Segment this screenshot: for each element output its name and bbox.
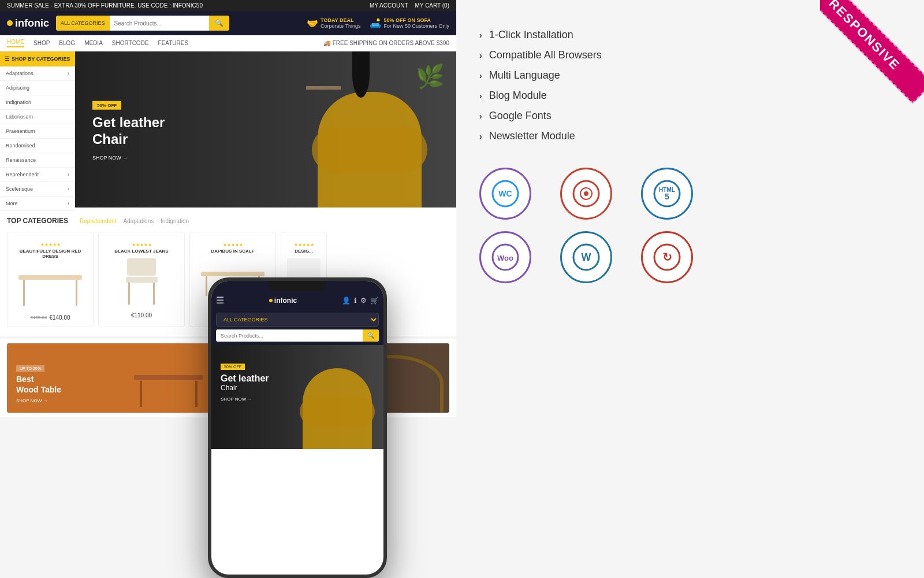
table-top — [18, 275, 82, 280]
phone-logo: infonic — [269, 297, 297, 305]
svg-point-4 — [584, 191, 588, 196]
html5-icon[interactable]: HTML 5 — [641, 168, 693, 220]
nav-features[interactable]: FEATURES — [158, 40, 189, 46]
search-input[interactable] — [110, 16, 209, 31]
tab-reprehenderit[interactable]: Reprehenderit — [80, 218, 116, 224]
categories-dropdown[interactable]: ALL CATEGORIES — [56, 16, 110, 31]
product-1-price: €140.00 — [49, 314, 70, 321]
feature-6: › Newsletter Module — [479, 130, 901, 142]
deal-2: 🛋️ 50% OFF ON SOFA For New 50 Customers … — [370, 17, 449, 29]
feature-4: › Blog Module — [479, 90, 901, 102]
phone-screen: ☰ infonic 👤 ℹ ⚙ 🛒 ALL CATEGORIES — [211, 281, 383, 575]
woo-icon[interactable]: Woo — [479, 231, 531, 283]
hero-title: Get leather Chair — [92, 114, 165, 148]
sidebar-item-praesentium[interactable]: Praesentium — [0, 124, 75, 139]
section-header: TOP CATEGORIES Reprehenderit Adaptations… — [7, 217, 449, 225]
table-leg-2 — [76, 280, 77, 306]
tech-icons-grid: WC HTML 5 Woo — [479, 168, 710, 283]
phone-search-input[interactable] — [216, 329, 363, 342]
product-card-1[interactable]: BEAUTIFULLY DESIGN RED DRESS €155.00 €14… — [7, 232, 94, 327]
sidebar-item-scelerisque[interactable]: Scelerisque › — [0, 182, 75, 197]
phone-hero-cta[interactable]: SHOP NOW → — [221, 397, 374, 402]
hero-badge: 50% OFF — [92, 101, 121, 110]
wordpress-icon[interactable]: W — [560, 231, 612, 283]
sidebar-item-more[interactable]: More › — [0, 197, 75, 211]
feature-2-chevron: › — [479, 51, 482, 60]
banner-1-cta[interactable]: SHOP NOW → — [16, 398, 61, 403]
product-1-name: BEAUTIFULLY DESIGN RED DRESS — [13, 249, 87, 259]
sidebar-item-randomised[interactable]: Randomised — [0, 139, 75, 153]
sidebar-item-adipiscing[interactable]: Adipiscing — [0, 81, 75, 95]
phone-header-icons: 👤 ℹ ⚙ 🛒 — [342, 297, 379, 305]
deal1-title: TODAY DEAL — [321, 17, 360, 23]
my-account-link[interactable]: MY ACCOUNT — [370, 2, 408, 9]
tab-indignation[interactable]: Indignation — [161, 218, 189, 224]
nav-blog[interactable]: BLOG — [59, 40, 75, 46]
nav-shop[interactable]: SHOP — [33, 40, 50, 46]
banner-1-tag: UP TO 20% — [16, 365, 44, 372]
phone-hero-subtitle: Chair — [221, 384, 374, 392]
deal-1: 🤝 TODAY DEAL Corporate Things — [307, 17, 360, 29]
phone-mockup: ☰ infonic 👤 ℹ ⚙ 🛒 ALL CATEGORIES — [208, 277, 387, 578]
phone-search-button[interactable]: 🔍 — [363, 329, 379, 342]
logo[interactable]: infonic — [7, 17, 49, 29]
svg-text:5: 5 — [665, 192, 669, 201]
my-cart-link[interactable]: MY CART (0) — [415, 2, 449, 9]
product-card-2[interactable]: BLACK LOWEST JEANS €110.00 — [98, 232, 185, 327]
sidebar-item-laboriosam[interactable]: Laboriosam — [0, 110, 75, 124]
free-shipping-notice: 🚚 FREE SHIPPING ON ORDERS ABOVE $300 — [323, 40, 449, 46]
banner-1-content: UP TO 20% BestWood Table SHOP NOW → — [16, 362, 61, 403]
nav-shortcode[interactable]: SHORTCODE — [112, 40, 149, 46]
phone-hero-title: Get leather — [221, 373, 374, 384]
product-2-name: BLACK LOWEST JEANS — [105, 249, 178, 254]
hero-title-line1: Get leather — [92, 114, 165, 130]
phone-info-icon[interactable]: ℹ — [354, 297, 357, 305]
phone-logo-dot — [269, 299, 273, 302]
phone-user-icon[interactable]: 👤 — [342, 297, 351, 305]
right-panel: RESPONSIVE › 1-Click Installation › Comp… — [456, 0, 924, 578]
tab-adaptations[interactable]: Adaptations — [123, 218, 154, 224]
categories-sidebar: ☰ SHOP BY CATEGORIES Adaptations › Adipi… — [0, 51, 75, 208]
sidebar-item-indignation[interactable]: Indignation — [0, 95, 75, 110]
deal2-title: 50% OFF ON SOFA — [383, 17, 449, 23]
phone-search-row: 🔍 — [216, 329, 379, 342]
opencart-icon[interactable] — [560, 168, 612, 220]
deal2-subtitle: For New 50 Customers Only — [383, 23, 449, 29]
sidebar-item-reprehenderit[interactable]: Reprehenderit › — [0, 168, 75, 182]
hero-shop-now-button[interactable]: SHOP NOW → — [92, 154, 128, 160]
logo-text: infonic — [15, 17, 49, 29]
product-3-name: DAPIBUS IN SCALF — [196, 249, 270, 254]
bench-top — [201, 272, 264, 276]
phone-hero: 50% OFF Get leather Chair SHOP NOW → — [211, 345, 383, 449]
feature-5-chevron: › — [479, 112, 482, 121]
phone-hero-badge: 50% OFF — [221, 364, 245, 370]
product-1-furniture — [18, 268, 82, 306]
product-3-stars — [196, 238, 270, 249]
product-1-image — [13, 264, 87, 310]
nav-home[interactable]: HOME — [7, 39, 24, 47]
product-2-stars — [105, 238, 178, 249]
phone-search-area: ALL CATEGORIES 🔍 — [211, 309, 383, 345]
phone-settings-icon[interactable]: ⚙ — [360, 297, 367, 305]
search-button[interactable]: 🔍 — [209, 16, 229, 31]
svg-text:W: W — [582, 251, 591, 263]
svg-text:Woo: Woo — [497, 254, 513, 262]
deal1-subtitle: Corporate Things — [321, 23, 360, 29]
woocommerce-icon[interactable]: WC — [479, 168, 531, 220]
product-2-furniture — [121, 258, 162, 305]
nav-media[interactable]: MEDIA — [84, 40, 103, 46]
sidebar-item-renaissance[interactable]: Renaissance — [0, 153, 75, 168]
banner-wood-table[interactable]: UP TO 20% BestWood Table SHOP NOW → — [7, 343, 215, 413]
main-nav: HOME SHOP BLOG MEDIA SHORTCODE FEATURES … — [0, 35, 456, 51]
phone-cart-icon[interactable]: 🛒 — [370, 297, 379, 305]
main-content-area: ☰ SHOP BY CATEGORIES Adaptations › Adipi… — [0, 51, 456, 208]
sidebar-item-adaptations[interactable]: Adaptations › — [0, 66, 75, 81]
chair-back — [127, 258, 156, 276]
sidebar-title: ☰ SHOP BY CATEGORIES — [0, 51, 75, 66]
sale-text: SUMMER SALE - EXTRA 30% OFF FURNITURE. U… — [7, 2, 203, 9]
header-deals: 🤝 TODAY DEAL Corporate Things 🛋️ 50% OFF… — [307, 17, 449, 29]
prestashop-icon[interactable]: ↻ — [641, 231, 693, 283]
banner-1-title: BestWood Table — [16, 374, 61, 395]
phone-categories-select[interactable]: ALL CATEGORIES — [216, 313, 379, 327]
product-4-name: DESIG... — [287, 249, 321, 254]
